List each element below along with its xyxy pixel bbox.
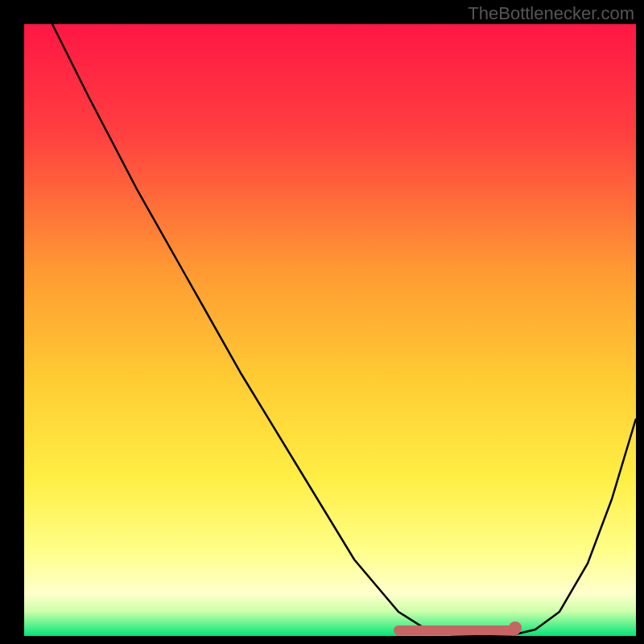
- plot-background: [24, 24, 636, 636]
- optimal-point-marker: [509, 621, 522, 634]
- watermark-text: TheBottlenecker.com: [468, 3, 634, 24]
- chart-svg: [0, 0, 644, 644]
- bottleneck-chart: [0, 0, 644, 644]
